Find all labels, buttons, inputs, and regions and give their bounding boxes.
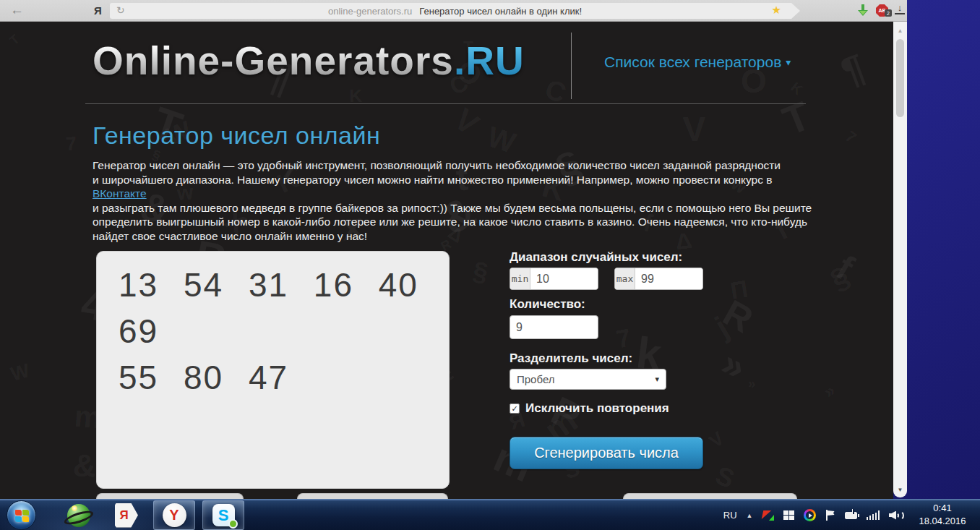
- punto-switcher-icon[interactable]: [762, 510, 774, 521]
- taskbar: Я Y S RU ▲ 0:41 18.04.2016: [0, 499, 980, 530]
- media-app-icon[interactable]: [804, 509, 816, 521]
- site-logo-suffix: .RU: [454, 38, 525, 83]
- url-domain: online-generators.ru: [328, 6, 412, 17]
- start-button[interactable]: [7, 500, 36, 530]
- numbers-row-1: 13 54 31 16 40 69: [119, 262, 442, 354]
- address-bar[interactable]: ↻ online-generators.ru Генератор чисел о…: [110, 3, 800, 19]
- skype-icon: S: [212, 504, 235, 526]
- system-tray: RU ▲: [723, 500, 902, 530]
- clock-time: 0:41: [909, 502, 976, 515]
- max-prefix: max: [615, 268, 635, 289]
- exclude-repeats-row: ✓ Исключить повторения: [510, 401, 669, 416]
- generate-button[interactable]: Сгенерировать числа: [510, 437, 703, 469]
- language-indicator[interactable]: RU: [723, 510, 737, 521]
- browser-window: ← Я ↻ online-generators.ru Генератор чис…: [0, 0, 907, 499]
- count-label: Количество:: [510, 297, 585, 312]
- intro-line-4: определить выигрышный номер в какой-либо…: [93, 215, 807, 228]
- clock-date: 18.04.2016: [909, 515, 976, 528]
- taskbar-clock[interactable]: 0:41 18.04.2016: [909, 502, 976, 528]
- header-divider: [571, 33, 572, 99]
- numbers-row-2: 55 80 47: [119, 354, 442, 401]
- page-title: Генератор чисел онлайн: [93, 121, 380, 150]
- max-field-group: max: [614, 268, 703, 290]
- taskbar-yandex-app[interactable]: Я: [108, 500, 145, 530]
- taskbar-globe-app[interactable]: [61, 500, 97, 530]
- generators-list-label: Список всех генераторов: [604, 54, 781, 70]
- get-windows10-icon[interactable]: [783, 510, 794, 520]
- intro-line-3: и разыграть там плюшевого медведя в груп…: [93, 202, 812, 214]
- separator-label: Разделитель чисел:: [510, 351, 632, 366]
- scrollbar-thumb[interactable]: [896, 39, 904, 117]
- max-input[interactable]: [635, 268, 702, 289]
- reload-icon[interactable]: ↻: [116, 4, 125, 16]
- scrollbar-down-icon[interactable]: ▼: [893, 487, 907, 493]
- hidden-icons-arrow[interactable]: ▲: [747, 512, 753, 519]
- volume-icon[interactable]: [889, 510, 902, 521]
- adblock-badge: 2: [885, 9, 892, 17]
- cutoff-button-left[interactable]: [96, 493, 244, 499]
- separator-select[interactable]: Пробел ▾: [510, 369, 666, 390]
- skype-status-dot: [228, 519, 238, 529]
- intro-paragraph: Генератор чисел онлайн — это удобный инс…: [93, 158, 815, 244]
- network-signal-icon[interactable]: [867, 510, 880, 520]
- cutoff-button-right[interactable]: [623, 493, 797, 499]
- header-rule: [85, 103, 806, 104]
- globe-icon: [67, 504, 90, 527]
- min-field-group: min: [510, 268, 598, 290]
- downloads-arrow: ↓: [898, 2, 903, 13]
- site-logo-text: Online-Generators: [93, 38, 454, 83]
- scrollbar-up-icon[interactable]: ▲: [893, 27, 907, 34]
- count-input[interactable]: [510, 315, 598, 339]
- windows-flag-icon: [15, 510, 29, 522]
- select-arrow-icon: ▾: [655, 375, 659, 384]
- separator-selected-value: Пробел: [517, 373, 555, 385]
- min-input[interactable]: [530, 268, 598, 289]
- yandex-arrow-icon: Я: [115, 503, 138, 528]
- back-icon[interactable]: ←: [10, 2, 24, 18]
- bookmark-star-icon[interactable]: ★: [772, 4, 781, 17]
- intro-line-5: найдет свое счастливое число онлайн имен…: [93, 230, 367, 242]
- savefrom-extension-icon[interactable]: [857, 4, 869, 17]
- taskbar-yandex-browser[interactable]: Y: [153, 500, 195, 530]
- generated-numbers-box: 13 54 31 16 40 69 55 80 47: [96, 251, 450, 489]
- action-center-flag-icon[interactable]: [825, 510, 835, 521]
- yandex-browser-icon: Y: [163, 503, 186, 527]
- vkontakte-link[interactable]: ВКонтакте: [93, 187, 147, 200]
- min-prefix: min: [510, 268, 530, 289]
- intro-line-2: и широчайшего диапазона. Нашему генерато…: [93, 174, 773, 186]
- desktop-background: ← Я ↻ online-generators.ru Генератор чис…: [0, 0, 980, 530]
- yandex-menu-icon[interactable]: Я: [94, 4, 102, 17]
- downloads-icon[interactable]: ↓: [895, 3, 905, 14]
- exclude-repeats-checkbox[interactable]: ✓: [510, 403, 520, 414]
- range-label: Диапазон случайных чисел:: [510, 250, 682, 265]
- site-logo[interactable]: Online-Generators.RU: [93, 38, 525, 84]
- browser-toolbar: ← Я ↻ online-generators.ru Генератор чис…: [0, 0, 907, 22]
- exclude-repeats-label: Исключить повторения: [525, 401, 669, 416]
- generators-list-link[interactable]: Список всех генераторов▾: [604, 54, 791, 71]
- taskbar-skype[interactable]: S: [202, 500, 244, 530]
- web-page: T&»ОfWKRPV§Я74mtjSwk¶х≡CΔ»ТfmWПV§R&K7T&»…: [0, 22, 893, 499]
- battery-icon[interactable]: [845, 512, 857, 519]
- cutoff-button-middle[interactable]: [297, 493, 448, 499]
- url-page-title: Генератор чисел онлайн в один клик!: [419, 6, 582, 17]
- page-scrollbar[interactable]: ▲ ▼: [893, 22, 907, 497]
- chevron-down-icon: ▾: [786, 56, 791, 68]
- intro-line-1: Генератор чисел онлайн — это удобный инс…: [93, 159, 781, 171]
